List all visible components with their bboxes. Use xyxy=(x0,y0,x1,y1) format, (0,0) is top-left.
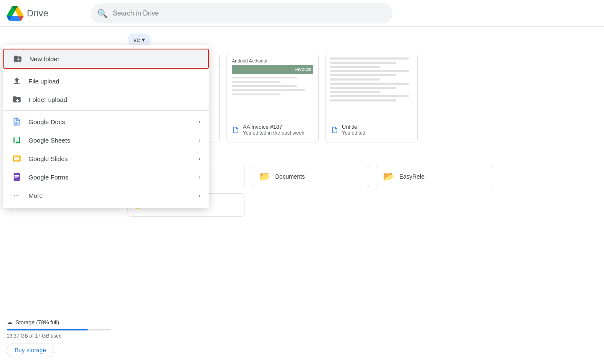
app-title: Drive xyxy=(27,8,48,19)
file-info: Untitle You edited xyxy=(326,120,417,139)
buy-storage-button[interactable]: Buy storage xyxy=(7,343,54,357)
storage-detail: 13.37 GB of 17 GB used xyxy=(7,333,111,339)
search-bar[interactable]: 🔍 xyxy=(91,3,393,23)
text-line xyxy=(330,62,396,64)
new-folder-label: New folder xyxy=(29,55,200,62)
new-folder-menu-item[interactable]: New folder xyxy=(4,49,208,68)
chevron-right-icon: › xyxy=(198,174,200,180)
folder-upload-icon xyxy=(12,94,22,104)
search-input[interactable] xyxy=(113,10,386,17)
google-forms-icon xyxy=(12,172,22,182)
google-forms-menu-item[interactable]: Google Forms › xyxy=(3,168,209,186)
chevron-right-icon: › xyxy=(198,192,200,199)
invoice-line xyxy=(232,94,281,95)
google-sheets-menu-item[interactable]: Google Sheets › xyxy=(3,131,209,149)
dropdown-menu: New folder File upload Folder upload Goo… xyxy=(3,45,209,208)
menu-divider xyxy=(3,70,209,70)
storage-bar-fill xyxy=(7,329,88,330)
logo-area: Drive xyxy=(7,5,91,22)
google-slides-icon xyxy=(12,153,22,164)
invoice-line xyxy=(232,77,297,78)
text-line xyxy=(330,83,409,85)
text-line xyxy=(330,87,396,89)
folder-name: EasyRele xyxy=(399,173,424,180)
file-date: You edited xyxy=(342,130,365,136)
text-line xyxy=(330,95,409,97)
invoice-line xyxy=(232,89,305,91)
header: Drive 🔍 xyxy=(0,0,604,27)
more-label: More xyxy=(29,192,192,199)
drive-dropdown-button[interactable]: ve ▾ xyxy=(128,34,151,46)
text-preview xyxy=(326,53,417,120)
google-slides-menu-item[interactable]: Google Slides › xyxy=(3,149,209,168)
google-docs-icon xyxy=(12,117,22,127)
invoice-preview: Android Authority INVOICE xyxy=(227,53,318,120)
menu-divider xyxy=(3,110,209,111)
file-thumbnail: Android Authority INVOICE xyxy=(227,53,318,120)
cloud-icon: ☁ xyxy=(7,319,12,325)
file-upload-icon xyxy=(12,76,22,86)
google-sheets-icon xyxy=(12,135,22,145)
section-header: ve ▾ xyxy=(128,34,594,46)
file-upload-menu-item[interactable]: File upload xyxy=(3,72,209,90)
file-info: AA Invoice #187 You edited in the past w… xyxy=(227,120,318,139)
folder-upload-label: Folder upload xyxy=(29,96,200,103)
docs-icon xyxy=(331,126,338,134)
svg-point-11 xyxy=(15,177,16,178)
search-icon: 🔍 xyxy=(97,8,108,18)
more-icon: ··· xyxy=(12,190,22,200)
chevron-right-icon: › xyxy=(198,155,200,162)
invoice-header-text: INVOICE xyxy=(295,68,311,72)
storage-section: ☁ Storage (78% full) 13.37 GB of 17 GB u… xyxy=(0,319,117,357)
invoice-line xyxy=(232,81,281,83)
text-line xyxy=(330,99,396,101)
google-docs-label: Google Docs xyxy=(29,118,192,125)
file-thumbnail xyxy=(326,53,417,120)
svg-rect-8 xyxy=(14,173,20,181)
file-name: AA Invoice #187 xyxy=(243,124,304,130)
chevron-right-icon: › xyxy=(198,137,200,143)
folder-icon: 📁 xyxy=(259,171,270,182)
google-sheets-label: Google Sheets xyxy=(29,137,192,144)
folder-card[interactable]: 📁 Documents xyxy=(252,165,369,188)
storage-bar-background xyxy=(7,329,111,330)
svg-rect-7 xyxy=(14,156,20,160)
file-card[interactable]: Android Authority INVOICE xyxy=(226,53,319,143)
text-line xyxy=(330,91,380,93)
text-line xyxy=(330,74,396,76)
invoice-line xyxy=(232,85,297,87)
svg-point-9 xyxy=(15,175,16,176)
google-docs-menu-item[interactable]: Google Docs › xyxy=(3,112,209,131)
folder-card-shared[interactable]: 📂 EasyRele xyxy=(376,165,493,188)
text-line xyxy=(330,66,380,68)
file-card[interactable]: Untitle You edited xyxy=(325,53,418,143)
file-name: Untitle xyxy=(342,124,365,130)
invoice-company: Android Authority xyxy=(232,58,313,63)
new-folder-icon xyxy=(13,54,23,64)
invoice-header-bar: INVOICE xyxy=(232,65,313,74)
drive-btn-label: ve ▾ xyxy=(133,36,145,44)
file-date: You edited in the past week xyxy=(243,130,304,136)
text-line xyxy=(330,57,409,60)
text-line xyxy=(330,70,409,72)
svg-point-10 xyxy=(15,176,16,177)
text-line xyxy=(330,78,380,81)
google-drive-logo-icon xyxy=(7,5,23,22)
google-slides-label: Google Slides xyxy=(29,155,192,162)
more-menu-item[interactable]: ··· More › xyxy=(3,186,209,205)
folder-upload-menu-item[interactable]: Folder upload xyxy=(3,90,209,109)
docs-icon xyxy=(232,126,240,134)
chevron-right-icon: › xyxy=(198,118,200,125)
file-upload-label: File upload xyxy=(29,78,200,85)
shared-folder-icon: 📂 xyxy=(383,171,394,182)
storage-label: ☁ Storage (78% full) xyxy=(7,319,111,325)
folder-name: Documents xyxy=(275,173,305,180)
google-forms-label: Google Forms xyxy=(29,174,192,181)
